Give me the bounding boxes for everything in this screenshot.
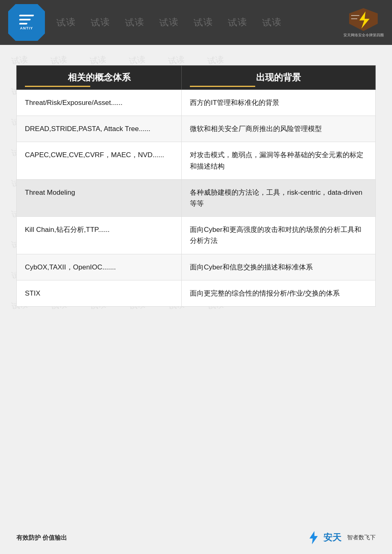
logo-text: ANTIY bbox=[20, 26, 33, 30]
table-cell-right: 对攻击模式，脆弱点，漏洞等各种基础的安全元素的标定和描述结构 bbox=[182, 142, 376, 179]
header-wm-7: 试读 bbox=[254, 15, 290, 30]
header-wm-5: 试读 bbox=[186, 15, 221, 30]
table-header-row: 相关的概念体系 出现的背景 bbox=[17, 66, 376, 90]
table-cell-right: 面向Cyber和信息交换的描述和标准体系 bbox=[182, 254, 376, 280]
table-cell-right: 面向Cyber和更高强度的攻击和对抗的场景的分析工具和分析方法 bbox=[182, 217, 376, 254]
footer-lightning-icon bbox=[306, 530, 321, 545]
header-right-logo: 安天网络安全令牌第四圈 bbox=[343, 4, 384, 41]
header-underline-right bbox=[190, 86, 255, 87]
table-row: STIX 面向更完整的综合性的情报分析/作业/交换的体系 bbox=[17, 280, 376, 306]
header-wm-1: 试读 bbox=[49, 15, 84, 30]
table-row-threat-modeling: Threat Modeling 各种威胁建模的方法论，工具，risk-centr… bbox=[17, 179, 376, 216]
footer: 有效防护 价值输出 安天 | 智者数飞下 bbox=[0, 521, 392, 554]
table-cell-right: 面向更完整的综合性的情报分析/作业/交换的体系 bbox=[182, 280, 376, 306]
table-row: Threat/Risk/Exposure/Asset...... 西方的IT管理… bbox=[17, 90, 376, 116]
table-header-left: 相关的概念体系 bbox=[17, 66, 182, 90]
header-right-text: 出现的背景 bbox=[256, 72, 301, 82]
footer-right: 安天 | 智者数飞下 bbox=[306, 530, 376, 545]
header: ANTIY 试读 试读 试读 试读 试读 试读 试读 安天网络安全令牌第四圈 bbox=[0, 0, 392, 45]
logo-line-1 bbox=[19, 15, 34, 16]
logo-line-3 bbox=[19, 23, 27, 24]
header-wm-3: 试读 bbox=[117, 15, 152, 30]
data-table: 相关的概念体系 出现的背景 Threat/Risk/Exposure/Asset… bbox=[16, 65, 376, 307]
table-cell-threat-modeling-right: 各种威胁建模的方法论，工具，risk-centric，data-driven等等 bbox=[182, 179, 376, 216]
right-logo-icon bbox=[347, 7, 380, 32]
table-cell-right: 微软和相关安全厂商所推出的风险管理模型 bbox=[182, 116, 376, 142]
table-cell-left: Threat/Risk/Exposure/Asset...... bbox=[17, 90, 182, 116]
header-wm-6: 试读 bbox=[220, 15, 255, 30]
footer-brand-sub: 智者数飞下 bbox=[347, 534, 376, 541]
footer-brand-main: 安天 bbox=[323, 532, 341, 544]
header-wm-2: 试读 bbox=[83, 15, 118, 30]
header-wm-4: 试读 bbox=[151, 15, 187, 30]
table-row: Kill Chain,钻石分析,TTP...... 面向Cyber和更高强度的攻… bbox=[17, 217, 376, 254]
table-row: CAPEC,CWE,CVE,CVRF，MAEC，NVD...... 对攻击模式，… bbox=[17, 142, 376, 179]
table-cell-left: CAPEC,CWE,CVE,CVRF，MAEC，NVD...... bbox=[17, 142, 182, 179]
main-content: 相关的概念体系 出现的背景 Threat/Risk/Exposure/Asset… bbox=[0, 45, 392, 331]
table-cell-left: CybOX,TAXII，OpenIOC....... bbox=[17, 254, 182, 280]
table-row: DREAD,STRIDE,PASTA, Attack Tree...... 微软… bbox=[17, 116, 376, 142]
logo-line-2 bbox=[19, 19, 31, 20]
header-left-text: 相关的概念体系 bbox=[68, 72, 131, 82]
svg-marker-5 bbox=[310, 531, 318, 544]
table-cell-right: 西方的IT管理和标准化的背景 bbox=[182, 90, 376, 116]
header-underline-left bbox=[25, 86, 90, 87]
table-cell-left: STIX bbox=[17, 280, 182, 306]
table-cell-left: Kill Chain,钻石分析,TTP...... bbox=[17, 217, 182, 254]
table-row: CybOX,TAXII，OpenIOC....... 面向Cyber和信息交换的… bbox=[17, 254, 376, 280]
header-logo: ANTIY bbox=[8, 4, 45, 41]
table-cell-threat-modeling-left: Threat Modeling bbox=[17, 179, 182, 216]
header-watermarks: 试读 试读 试读 试读 试读 试读 试读 bbox=[0, 0, 392, 45]
footer-logo: 安天 | 智者数飞下 bbox=[306, 530, 376, 545]
logo-lines bbox=[19, 15, 34, 24]
right-logo-text: 安天网络安全令牌第四圈 bbox=[343, 33, 384, 38]
table-cell-left: DREAD,STRIDE,PASTA, Attack Tree...... bbox=[17, 116, 182, 142]
table-header-right: 出现的背景 bbox=[182, 66, 376, 90]
footer-left-text: 有效防护 价值输出 bbox=[16, 534, 67, 542]
